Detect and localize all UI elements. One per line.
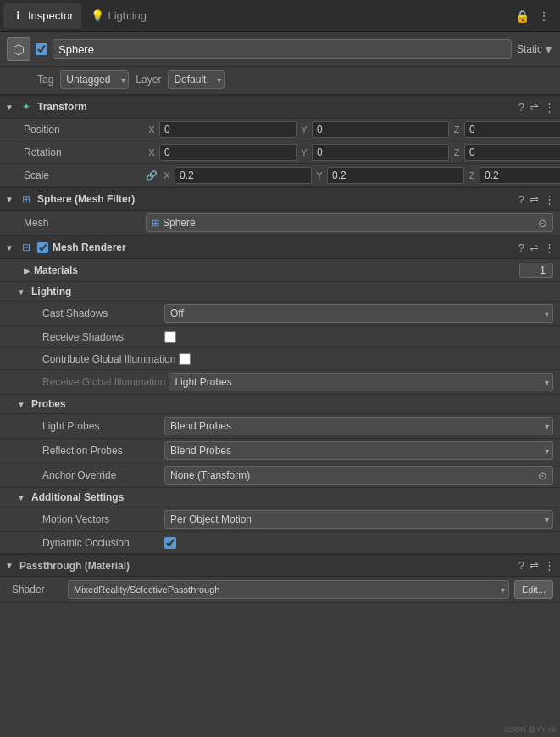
rotation-row: Rotation X Y Z: [0, 141, 560, 164]
additional-settings-chevron-icon: ▼: [17, 493, 27, 502]
light-probes-row: Light Probes Off Blend Probes Use Proxy …: [0, 414, 560, 439]
mesh-filter-actions: ? ⇌ ⋮: [518, 193, 555, 206]
transform-actions: ? ⇌ ⋮: [518, 101, 555, 114]
mesh-renderer-title: Mesh Renderer: [53, 241, 514, 253]
position-xyz: X Y Z: [146, 121, 560, 138]
layer-label: Layer: [136, 74, 161, 86]
reflection-probes-row: Reflection Probes Off Simple Blend Probe…: [0, 439, 560, 463]
reflection-probes-dropdown-wrapper: Off Simple Blend Probes Blend Probes And…: [164, 441, 553, 460]
receive-gi-dropdown-wrapper: Light Probes Lightmaps ▾: [169, 373, 553, 391]
rotation-x-input[interactable]: [159, 144, 297, 161]
dynamic-occlusion-row: Dynamic Occlusion: [0, 532, 560, 554]
mesh-filter-title: Sphere (Mesh Filter): [37, 193, 514, 205]
light-probes-dropdown[interactable]: Off Blend Probes Use Proxy Volume Custom…: [164, 417, 553, 435]
mesh-renderer-more-icon[interactable]: ⋮: [544, 241, 555, 254]
reflection-probes-label: Reflection Probes: [42, 445, 161, 457]
mesh-renderer-actions: ? ⇌ ⋮: [518, 241, 555, 254]
scale-x-label: X: [161, 170, 173, 180]
mesh-renderer-chevron-icon: ▼: [5, 243, 15, 252]
passthrough-section-header[interactable]: ▼ Passthrough (Material) ? ⇌ ⋮: [0, 554, 560, 577]
contribute-gi-checkbox[interactable]: [179, 353, 191, 365]
rotation-z-input[interactable]: [464, 144, 560, 161]
position-y-input[interactable]: [312, 121, 449, 138]
reflection-probes-dropdown[interactable]: Off Simple Blend Probes Blend Probes And…: [164, 441, 553, 460]
more-button[interactable]: ⋮: [536, 8, 552, 25]
position-x-input[interactable]: [159, 121, 297, 138]
probes-subsection-title: Probes: [31, 398, 66, 410]
lighting-chevron-icon: ▼: [17, 287, 27, 296]
tag-select[interactable]: Untagged: [60, 70, 129, 89]
passthrough-help-icon[interactable]: ?: [518, 559, 524, 572]
transform-title: Transform: [37, 101, 514, 113]
anchor-override-row: Anchor Override None (Transform) ⊙: [0, 463, 560, 488]
layer-select[interactable]: Default: [168, 70, 225, 89]
contribute-gi-row: Contribute Global Illumination: [0, 348, 560, 370]
motion-vectors-dropdown[interactable]: Camera Motion Only Per Object Motion For…: [164, 510, 553, 529]
watermark: CSDN @YY·nb: [504, 725, 557, 734]
mesh-renderer-section-header[interactable]: ▼ ⊟ Mesh Renderer ? ⇌ ⋮: [0, 236, 560, 259]
layer-select-wrapper: Default ▾: [168, 70, 225, 89]
lighting-subsection-header[interactable]: ▼ Lighting: [0, 282, 560, 302]
transform-more-icon[interactable]: ⋮: [544, 101, 555, 114]
tab-inspector-label: Inspector: [28, 9, 73, 22]
lighting-subsection-title: Lighting: [31, 285, 71, 297]
probes-chevron-icon: ▼: [17, 400, 27, 409]
static-dropdown-arrow[interactable]: ▾: [544, 41, 553, 58]
tab-actions: 🔒 ⋮: [513, 8, 557, 25]
inspector-icon: ℹ: [12, 10, 24, 22]
tag-layer-row: Tag Untagged ▾ Layer Default ▾: [0, 67, 560, 95]
passthrough-settings-icon[interactable]: ⇌: [530, 559, 539, 572]
anchor-override-target-button[interactable]: ⊙: [538, 469, 547, 482]
rot-x-label: X: [146, 147, 158, 158]
mesh-filter-settings-icon[interactable]: ⇌: [530, 193, 539, 206]
mesh-renderer-active-checkbox[interactable]: [37, 242, 48, 253]
anchor-override-value: None (Transform) ⊙: [164, 466, 553, 485]
transform-settings-icon[interactable]: ⇌: [530, 101, 539, 114]
mesh-filter-more-icon[interactable]: ⋮: [544, 193, 555, 206]
scale-label: Scale: [24, 169, 142, 181]
scale-y-input[interactable]: [327, 167, 464, 184]
transform-chevron-icon: ▼: [5, 103, 15, 112]
scale-row: Scale 🔗 X Y Z: [0, 164, 560, 187]
mesh-renderer-settings-icon[interactable]: ⇌: [530, 241, 539, 254]
scale-lock-icon[interactable]: 🔗: [146, 170, 158, 181]
mesh-renderer-help-icon[interactable]: ?: [518, 241, 524, 254]
motion-vectors-row: Motion Vectors Camera Motion Only Per Ob…: [0, 507, 560, 532]
receive-shadows-label: Receive Shadows: [42, 331, 161, 343]
object-name-field[interactable]: [53, 39, 512, 59]
rotation-label: Rotation: [24, 147, 142, 158]
shader-dropdown[interactable]: MixedReality/SelectivePassthrough: [68, 580, 509, 599]
rotation-y-input[interactable]: [312, 144, 449, 161]
materials-count: 1: [519, 263, 553, 278]
tab-inspector[interactable]: ℹ Inspector: [3, 3, 81, 29]
scale-x-input[interactable]: [175, 167, 312, 184]
pos-y-label: Y: [298, 125, 310, 135]
contribute-gi-label: Contribute Global Illumination: [42, 353, 175, 365]
shader-edit-button[interactable]: Edit...: [514, 580, 553, 599]
scale-y-label: Y: [313, 170, 325, 180]
lock-button[interactable]: 🔒: [513, 8, 531, 25]
receive-gi-dropdown[interactable]: Light Probes Lightmaps: [169, 373, 553, 391]
position-z-input[interactable]: [464, 121, 560, 138]
rot-z-label: Z: [451, 147, 463, 158]
tab-lighting[interactable]: 💡 Lighting: [83, 3, 155, 29]
receive-shadows-checkbox[interactable]: [164, 331, 176, 343]
scale-z-input[interactable]: [480, 167, 560, 184]
passthrough-more-icon[interactable]: ⋮: [544, 559, 555, 572]
receive-shadows-row: Receive Shadows: [0, 326, 560, 348]
cast-shadows-label: Cast Shadows: [42, 308, 161, 319]
dynamic-occlusion-checkbox[interactable]: [164, 537, 176, 549]
probes-subsection-header[interactable]: ▼ Probes: [0, 395, 560, 414]
transform-help-icon[interactable]: ?: [518, 101, 524, 114]
pos-z-label: Z: [451, 125, 463, 135]
object-active-checkbox[interactable]: [36, 43, 47, 55]
cast-shadows-dropdown[interactable]: Off On Two Sided Shadows Only: [164, 304, 553, 323]
position-row: Position X Y Z: [0, 119, 560, 141]
mesh-filter-section-header[interactable]: ▼ ⊞ Sphere (Mesh Filter) ? ⇌ ⋮: [0, 187, 560, 211]
mesh-filter-help-icon[interactable]: ?: [518, 193, 524, 206]
additional-settings-subsection-header[interactable]: ▼ Additional Settings: [0, 488, 560, 507]
transform-section-header[interactable]: ▼ ✦ Transform ? ⇌ ⋮: [0, 95, 560, 119]
passthrough-chevron-icon: ▼: [5, 561, 15, 570]
light-probes-label: Light Probes: [42, 420, 161, 432]
mesh-target-button[interactable]: ⊙: [538, 217, 547, 230]
